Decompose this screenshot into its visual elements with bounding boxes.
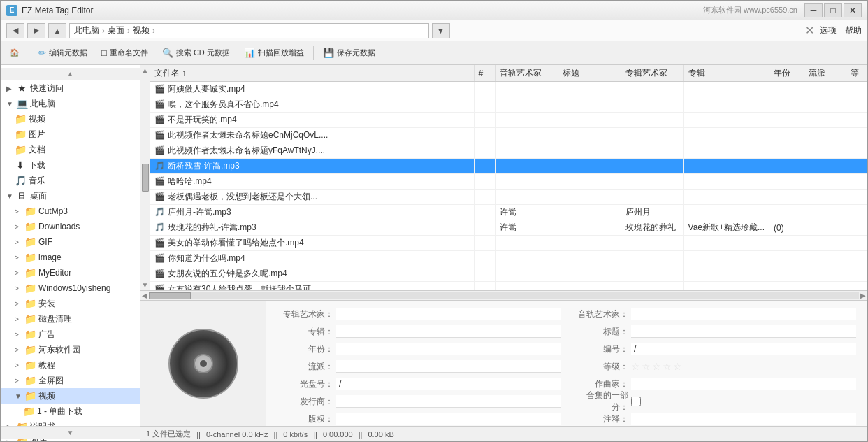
downloads2-label: Downloads	[38, 222, 80, 231]
meta-year-input[interactable]	[336, 343, 561, 355]
file-title-cell	[558, 282, 621, 291]
edit-metadata-button[interactable]: ✏ 编辑元数据	[32, 44, 94, 62]
save-icon: 💾	[323, 48, 334, 58]
meta-left-col: 专辑艺术家： 专辑： 年份： 流派：	[277, 306, 561, 426]
sidebar-item-videos[interactable]: 📁 视频	[1, 111, 140, 127]
sidebar-scroll-down[interactable]: ▼	[67, 429, 74, 436]
meta-genre-input[interactable]	[336, 360, 561, 373]
col-title[interactable]: 标题	[558, 65, 621, 82]
meta-comment-input[interactable]	[631, 413, 856, 425]
nav-back-button[interactable]: ◀	[6, 23, 24, 38]
file-num-cell	[474, 113, 495, 128]
path-dropdown-button[interactable]: ▼	[432, 23, 450, 38]
sidebar-item-gif[interactable]: > 📁 GIF	[1, 234, 140, 250]
sidebar-item-music[interactable]: 🎵 音乐	[1, 173, 140, 188]
sidebar-item-myeditor[interactable]: > 📁 MyEditor	[1, 265, 140, 280]
sidebar-item-downloads2[interactable]: > 📁 Downloads	[1, 219, 140, 234]
sidebar-item-docs[interactable]: 📁 文档	[1, 142, 140, 157]
col-num[interactable]: #	[474, 65, 495, 82]
sidebar-item-win10[interactable]: > 📁 Windows10yisheng	[1, 280, 140, 296]
nav-forward-button[interactable]: ▶	[27, 23, 45, 38]
maximize-button[interactable]: □	[824, 3, 842, 17]
file-name-cell: 🎬哈哈哈.mp4	[150, 174, 474, 190]
sidebar-item-install[interactable]: > 📁 安装	[1, 296, 140, 311]
table-row[interactable]: 🎵庐州月-许嵩.mp3 许嵩 庐州月	[150, 205, 867, 220]
table-row[interactable]: 🎬女朋友说的五分钟是多久呢.mp4	[150, 266, 867, 282]
sidebar-scroll-up[interactable]: ▲	[67, 70, 74, 78]
meta-compilation-checkbox[interactable]	[631, 397, 641, 406]
meta-album-input[interactable]	[336, 325, 561, 338]
meta-title-label: 标题：	[572, 326, 628, 338]
myeditor-label: MyEditor	[38, 268, 71, 278]
meta-track-artist-input[interactable]	[631, 308, 856, 320]
meta-disc-label: 光盘号：	[277, 378, 333, 390]
close-button[interactable]: ✕	[844, 3, 862, 17]
options-label[interactable]: 选项	[820, 24, 837, 36]
scan-gain-button[interactable]: 📊 扫描回放增益	[238, 44, 310, 62]
col-extra[interactable]: 等	[846, 65, 867, 82]
table-row[interactable]: 🎵断桥残雪-许嵩.mp3	[150, 159, 867, 174]
table-row[interactable]: 🎬你知道为什么吗.mp4	[150, 251, 867, 266]
col-genre[interactable]: 流派	[804, 65, 846, 82]
path-part-3[interactable]: 视频	[133, 24, 150, 36]
home-button[interactable]: 🏠	[3, 44, 26, 62]
meta-copyright-input[interactable]	[336, 413, 561, 425]
table-row[interactable]: 🎬女友说有30人给我点赞，就送我个马可...	[150, 282, 867, 291]
col-filename[interactable]: 文件名 ↑	[150, 65, 474, 82]
sidebar-this-pc[interactable]: ▼ 💻 此电脑	[1, 96, 140, 111]
sidebar-item-single-dl[interactable]: 📁 1 - 单曲下载	[1, 404, 140, 419]
file-year-cell: (0)	[769, 220, 804, 236]
sidebar-item-hedong[interactable]: > 📁 河东软件园	[1, 342, 140, 357]
sidebar-scrollbar[interactable]: ▲ ▼	[140, 65, 150, 290]
sidebar-item-desktop[interactable]: ▼ 🖥 桌面	[1, 188, 140, 204]
file-album-artist-cell	[621, 128, 683, 143]
sidebar-item-video-folder[interactable]: ▼ 📁 视频	[1, 388, 140, 404]
meta-publisher-input[interactable]	[336, 395, 561, 408]
file-album-cell	[683, 251, 769, 266]
table-row[interactable]: 🎬美女的举动你看懂了吗给她点个.mp4	[150, 236, 867, 251]
sidebar-item-cutmp3[interactable]: > 📁 CutMp3	[1, 204, 140, 219]
sidebar-item-images[interactable]: 📁 图片	[1, 127, 140, 142]
help-label[interactable]: 帮助	[845, 24, 862, 36]
table-row[interactable]: 🎬阿姨做人要诚实.mp4	[150, 82, 867, 97]
sidebar-item-diskclean[interactable]: > 📁 磁盘清理	[1, 311, 140, 327]
meta-rating-stars[interactable]: ☆☆☆☆☆	[631, 361, 683, 372]
address-bar: ◀ ▶ ▲ 此电脑 › 桌面 › 视频 › ▼ ✕ 选项 帮助	[1, 20, 867, 41]
sidebar-item-ad[interactable]: > 📁 广告	[1, 327, 140, 342]
sidebar-item-fullscreen[interactable]: > 📁 全屏图	[1, 373, 140, 388]
meta-composer-input[interactable]	[631, 378, 856, 390]
path-part-2[interactable]: 桌面	[108, 24, 124, 36]
file-title-cell	[558, 266, 621, 282]
search-cd-button[interactable]: 🔍 搜索 CD 元数据	[156, 44, 236, 62]
h-scrollbar[interactable]: ◀ ▶	[140, 290, 867, 300]
meta-album-artist-input[interactable]	[336, 308, 561, 320]
table-row[interactable]: 🎬哈哈哈.mp4	[150, 174, 867, 190]
table-row[interactable]: 🎬不是开玩笑的.mp4	[150, 113, 867, 128]
rename-files-button[interactable]: □ 重命名文件	[95, 44, 154, 62]
sidebar-item-image[interactable]: > 📁 image	[1, 250, 140, 265]
file-artist-cell	[495, 282, 558, 291]
table-row[interactable]: 🎬老板偶遇老板，没想到老板还是个大领...	[150, 190, 867, 205]
sidebar-quick-access[interactable]: ▶ ★ 快速访问	[1, 80, 140, 96]
col-artist[interactable]: 音轨艺术家	[495, 65, 558, 82]
table-row[interactable]: 🎬此视频作者太懒未命名标题yFqAwTtNyJ....	[150, 143, 867, 159]
file-num-cell	[474, 282, 495, 291]
options-area: ✕ 选项 帮助	[805, 24, 862, 37]
tutorial-label: 教程	[38, 359, 55, 371]
address-path[interactable]: 此电脑 › 桌面 › 视频 ›	[69, 23, 429, 38]
sidebar-item-downloads[interactable]: ⬇ 下载	[1, 157, 140, 173]
table-row[interactable]: 🎵玫瑰花的葬礼-许嵩.mp3 许嵩 玫瑰花的葬礼 Vae新歌+精选珍藏... (…	[150, 220, 867, 236]
sidebar-item-tutorial[interactable]: > 📁 教程	[1, 357, 140, 373]
table-row[interactable]: 🎬此视频作者太懒未命名标题eCnMjCqOvL....	[150, 128, 867, 143]
path-part-1[interactable]: 此电脑	[74, 24, 99, 36]
images-label: 图片	[29, 129, 45, 141]
nav-up-button[interactable]: ▲	[48, 23, 66, 38]
table-row[interactable]: 🎬唉，这个服务员真不省心.mp4	[150, 97, 867, 113]
meta-title-input[interactable]	[631, 325, 856, 338]
col-album-artist[interactable]: 专辑艺术家	[621, 65, 683, 82]
col-year[interactable]: 年份	[769, 65, 804, 82]
save-data-button[interactable]: 💾 保存元数据	[317, 44, 382, 62]
minimize-button[interactable]: ─	[804, 3, 823, 17]
col-album[interactable]: 专辑	[683, 65, 769, 82]
file-genre-cell	[804, 236, 846, 251]
